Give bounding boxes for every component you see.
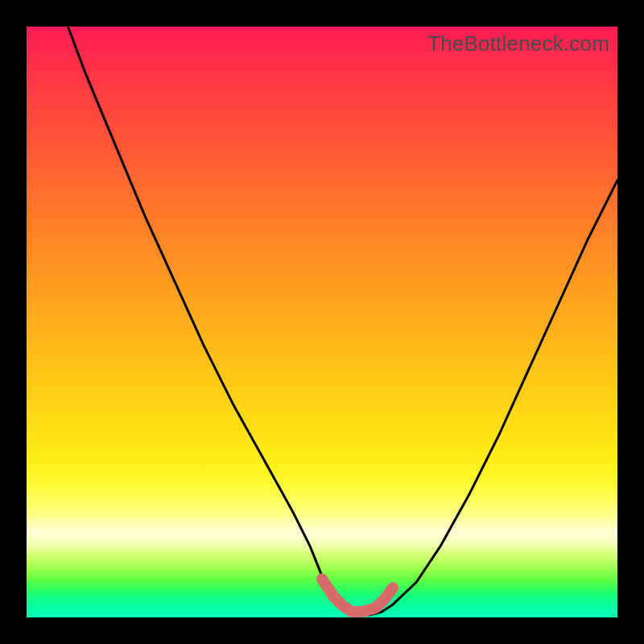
chart-frame: TheBottleneck.com xyxy=(0,0,644,644)
bottleneck-curve xyxy=(68,27,617,615)
trough-marker xyxy=(322,579,393,611)
curve-layer xyxy=(27,27,617,617)
plot-area: TheBottleneck.com xyxy=(27,27,617,617)
